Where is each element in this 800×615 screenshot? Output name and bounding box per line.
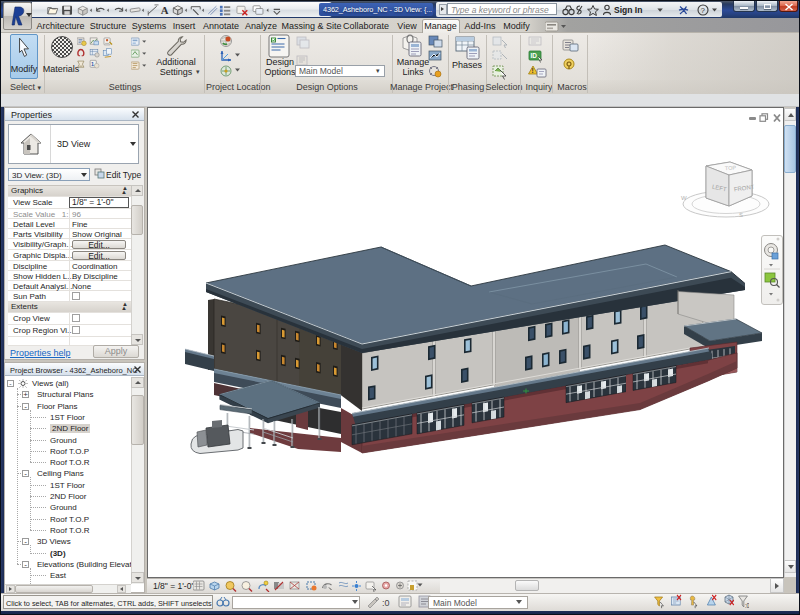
svg-text:A: A	[161, 4, 169, 16]
svg-text:W: W	[681, 195, 687, 201]
svg-text:!: !	[532, 67, 534, 74]
svg-text:?: ?	[701, 6, 706, 15]
svg-text::0: :0	[382, 598, 390, 608]
svg-text:Sign In: Sign In	[614, 5, 642, 15]
svg-text:S: S	[739, 212, 743, 218]
svg-text:ID: ID	[531, 52, 538, 59]
svg-text::0: :0	[745, 601, 749, 609]
svg-text:TOP: TOP	[725, 164, 737, 171]
